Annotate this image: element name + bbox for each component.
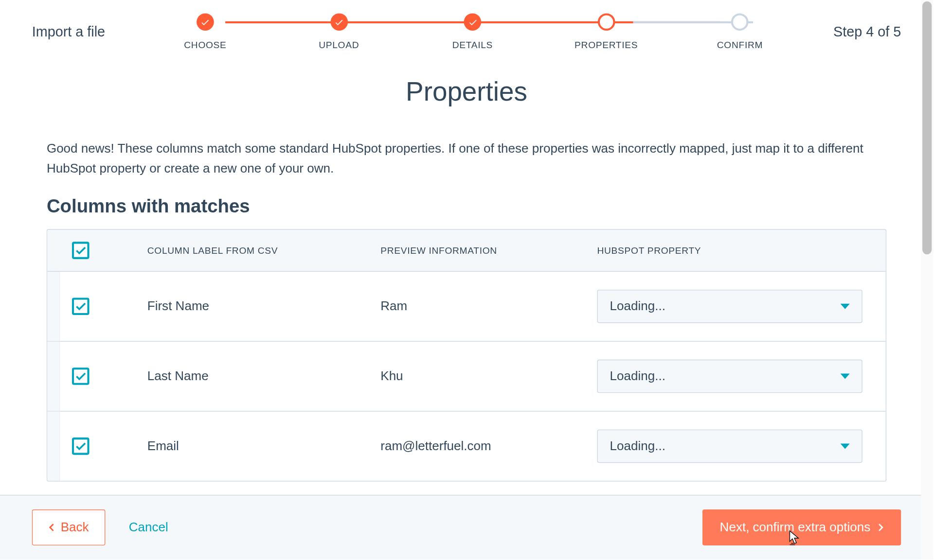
step-circle-done-icon	[464, 13, 482, 31]
stepper: CHOOSE UPLOAD DETAILS PROPERTIES CON	[139, 13, 807, 50]
check-icon	[201, 18, 210, 26]
row-preview: Ram	[380, 299, 597, 314]
col-header-property: HUBSPOT PROPERTY	[597, 245, 886, 256]
table-row: Email ram@letterfuel.com Loading...	[47, 411, 885, 480]
header-title: Import a file	[32, 24, 105, 40]
check-icon	[335, 18, 343, 26]
chevron-down-icon	[841, 443, 850, 449]
step-circle-done-icon	[330, 13, 348, 31]
chevron-down-icon	[841, 303, 850, 309]
section-title: Columns with matches	[47, 195, 886, 217]
col-header-preview: PREVIEW INFORMATION	[380, 245, 597, 256]
table-row: First Name Ram Loading...	[47, 272, 885, 342]
step-label: CHOOSE	[184, 39, 226, 50]
check-icon	[75, 301, 86, 312]
chevron-left-icon	[49, 523, 55, 532]
step-upload: UPLOAD	[272, 13, 406, 50]
step-properties: PROPERTIES	[539, 13, 673, 50]
table-row: Last Name Khu Loading...	[47, 342, 885, 412]
header: Import a file CHOOSE UPLOAD DETAILS	[0, 0, 933, 56]
select-all-checkbox[interactable]	[72, 242, 90, 259]
back-button[interactable]: Back	[32, 509, 106, 545]
chevron-right-icon	[877, 523, 884, 532]
step-choose: CHOOSE	[139, 13, 272, 50]
dropdown-text: Loading...	[610, 439, 665, 454]
dropdown-text: Loading...	[610, 369, 665, 384]
row-preview: Khu	[380, 369, 597, 384]
step-count: Step 4 of 5	[833, 24, 901, 40]
scrollbar-track[interactable]	[921, 0, 933, 560]
row-checkbox[interactable]	[72, 298, 90, 315]
next-button[interactable]: Next, confirm extra options	[702, 509, 901, 545]
step-label: UPLOAD	[319, 39, 359, 50]
step-label: DETAILS	[452, 39, 493, 50]
columns-table: COLUMN LABEL FROM CSV PREVIEW INFORMATIO…	[47, 229, 886, 481]
row-checkbox[interactable]	[72, 368, 90, 385]
step-details: DETAILS	[406, 13, 539, 50]
table-header: COLUMN LABEL FROM CSV PREVIEW INFORMATIO…	[47, 229, 885, 271]
check-icon	[75, 441, 86, 452]
step-circle-pending-icon	[731, 13, 749, 31]
back-button-label: Back	[61, 520, 89, 535]
content: Properties Good news! These columns matc…	[0, 56, 933, 481]
next-button-label: Next, confirm extra options	[720, 520, 871, 535]
scrollbar-thumb[interactable]	[922, 1, 932, 255]
description: Good news! These columns match some stan…	[47, 139, 886, 179]
dropdown-text: Loading...	[610, 299, 665, 314]
cancel-button[interactable]: Cancel	[129, 520, 168, 535]
row-label: Last Name	[147, 369, 381, 384]
chevron-down-icon	[841, 373, 850, 379]
footer: Back Cancel Next, confirm extra options	[0, 495, 933, 560]
step-label: CONFIRM	[717, 39, 763, 50]
page-title: Properties	[47, 77, 886, 107]
row-checkbox[interactable]	[72, 438, 90, 455]
row-label: First Name	[147, 299, 381, 314]
col-header-label: COLUMN LABEL FROM CSV	[147, 245, 381, 256]
row-label: Email	[147, 439, 381, 454]
property-dropdown[interactable]: Loading...	[597, 360, 862, 393]
step-circle-done-icon	[197, 13, 214, 31]
step-label: PROPERTIES	[575, 39, 638, 50]
step-circle-current-icon	[597, 13, 615, 31]
property-dropdown[interactable]: Loading...	[597, 429, 862, 463]
check-icon	[468, 18, 477, 26]
step-confirm: CONFIRM	[673, 13, 807, 50]
row-preview: ram@letterfuel.com	[380, 439, 597, 454]
property-dropdown[interactable]: Loading...	[597, 290, 862, 323]
check-icon	[75, 245, 86, 256]
check-icon	[75, 371, 86, 382]
